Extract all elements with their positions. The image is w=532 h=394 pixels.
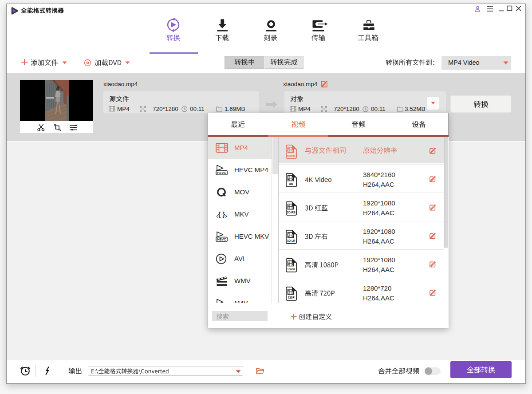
svg-text:3D RB: 3D RB	[287, 211, 296, 214]
svg-text:HEVC: HEVC	[217, 171, 226, 175]
svg-text:3D LR: 3D LR	[287, 239, 296, 242]
svg-text:{: {	[218, 211, 221, 218]
svg-text:4K: 4K	[289, 182, 293, 186]
svg-text:720P: 720P	[288, 296, 295, 299]
svg-text:HEVC: HEVC	[217, 237, 226, 241]
svg-text:1080P: 1080P	[287, 268, 295, 271]
svg-text:}: }	[223, 211, 225, 218]
